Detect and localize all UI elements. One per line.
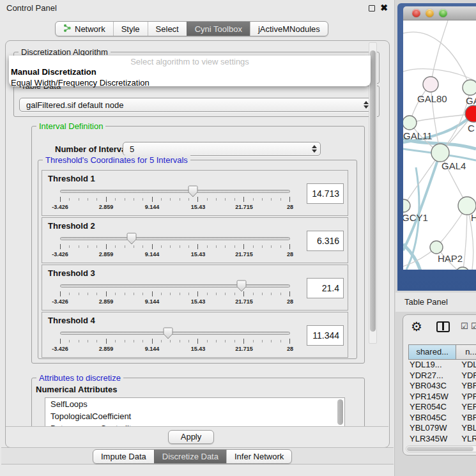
threshold-value-field[interactable]: 11.344	[307, 325, 344, 346]
tab-infer-network[interactable]: Infer Network	[226, 450, 291, 463]
cell-shared-name: YDR27...	[408, 371, 461, 381]
scrollbar-thumb[interactable]	[370, 50, 376, 332]
threshold-panel: Threshold 2-3.4262.8599.14415.4321.71528…	[42, 217, 348, 263]
node-table: shared... n... YDL19...YDL1YDR27...YDR2Y…	[408, 344, 476, 447]
network-node[interactable]	[431, 144, 449, 162]
scrollbar-thumb[interactable]	[407, 447, 473, 451]
tab-discretize-data[interactable]: Discretize Data	[154, 450, 226, 463]
threshold-value-field[interactable]: 6.316	[307, 231, 344, 251]
tab-label: jActiveMNodules	[258, 24, 320, 34]
tab-label: Network	[75, 24, 105, 34]
num-intervals-value: 5	[130, 144, 134, 154]
network-canvas[interactable]: GAL80GACGAL11GAL4GCY1HHAP2	[403, 20, 476, 270]
num-intervals-spinner[interactable]: 5	[123, 142, 321, 156]
threshold-slider[interactable]: -3.4262.8599.14415.4321.71528	[55, 186, 298, 215]
attribute-list-item[interactable]: SelfLoops	[45, 398, 344, 410]
cell-name: YLR3	[461, 434, 476, 445]
slider-scale-label: 28	[287, 298, 293, 305]
table-row[interactable]: YBR043CYBR0	[408, 381, 476, 392]
slider-track[interactable]	[60, 284, 290, 288]
close-icon[interactable]: ✖	[380, 3, 388, 13]
attributes-title: Attributes to discretize	[36, 373, 123, 383]
thresholds-group: Threshold's Coordinates for 5 Intervals …	[38, 160, 357, 359]
control-panel-titlebar: Control Panel ✖	[0, 0, 394, 15]
cell-name: YBL0	[461, 423, 476, 434]
network-node-label: GAL80	[417, 93, 447, 104]
slider-scale-label: 2.859	[99, 346, 114, 352]
table-row[interactable]: YBR045CYBR0	[408, 413, 476, 424]
divider	[6, 426, 388, 427]
float-window-icon[interactable]	[369, 5, 375, 12]
network-node[interactable]	[463, 80, 476, 95]
slider-scale-label: 15.43	[191, 204, 206, 210]
slider-track[interactable]	[60, 332, 290, 335]
threshold-label: Threshold 2	[48, 221, 95, 231]
close-traffic-light-icon[interactable]	[412, 9, 420, 17]
slider-scale-label: 21.715	[235, 298, 253, 305]
split-table-icon[interactable]	[436, 321, 450, 332]
algorithm-option[interactable]: Equal Width/Frequency Discretization	[9, 77, 371, 88]
network-node[interactable]	[430, 241, 443, 254]
tab-cyni-toolbox[interactable]: Cyni Toolbox	[187, 22, 250, 36]
cyni-toolbox-panel: Discretization Algorithm Select algorith…	[5, 40, 390, 448]
tab-label: Cyni Toolbox	[195, 24, 242, 34]
network-node[interactable]	[456, 267, 470, 270]
attribute-list-item[interactable]: TopologicalCoefficient	[45, 410, 344, 422]
network-node[interactable]	[423, 77, 438, 92]
threshold-panel: Threshold 4-3.4262.8599.14415.4321.71528…	[42, 312, 348, 358]
zoom-traffic-light-icon[interactable]	[439, 9, 447, 17]
network-node-label: HAP2	[438, 253, 463, 264]
table-data-value: galFiltered.sif default node	[26, 100, 123, 110]
network-edge	[404, 153, 440, 206]
tab-style[interactable]: Style	[113, 22, 148, 36]
network-node[interactable]	[403, 199, 410, 212]
attributes-group: Attributes to discretize Numerical Attri…	[31, 378, 365, 426]
threshold-value-field[interactable]: 21.4	[307, 278, 344, 298]
slider-scale-label: 9.144	[145, 251, 160, 257]
tab-select[interactable]: Select	[148, 22, 187, 36]
tab-label: Select	[156, 24, 179, 34]
table-row[interactable]: YPR145WYPR1	[408, 392, 476, 403]
slider-ticks	[60, 197, 290, 203]
threshold-panel: Threshold 1-3.4262.8599.14415.4321.71528…	[42, 170, 348, 216]
slider-scale-label: 2.859	[99, 298, 114, 305]
table-row[interactable]: YLR345WYLR3	[408, 434, 476, 445]
checkbox-icon[interactable]: ☑	[461, 321, 468, 331]
threshold-slider[interactable]: -3.4262.8599.14415.4321.71528	[55, 280, 298, 310]
threshold-value-field[interactable]: 14.713	[307, 183, 344, 204]
table-row[interactable]: YDR27...YDR2	[408, 371, 476, 381]
apply-button[interactable]: Apply	[168, 430, 214, 444]
slider-track[interactable]	[60, 190, 290, 193]
thresholds-title: Threshold's Coordinates for 5 Intervals	[43, 155, 190, 165]
network-node[interactable]	[403, 116, 417, 130]
slider-scale-label: -3.426	[52, 346, 68, 352]
tab-jactivemnodules[interactable]: jActiveMNodules	[250, 22, 328, 36]
num-intervals-label: Number of Intervals	[55, 144, 133, 154]
tab-network[interactable]: Network	[56, 22, 113, 36]
slider-track[interactable]	[60, 237, 290, 240]
threshold-slider[interactable]: -3.4262.8599.14415.4321.71528	[55, 233, 298, 263]
table-hscrollbar[interactable]	[406, 445, 476, 452]
numerical-attributes-list[interactable]: SelfLoopsTopologicalCoefficientBetweenne…	[45, 397, 345, 426]
table-data-combobox[interactable]: galFiltered.sif default node	[19, 98, 372, 112]
slider-scale-label: 2.859	[99, 251, 114, 257]
list-scrollbar[interactable]	[337, 399, 343, 425]
checkbox-icon[interactable]: ☑	[471, 321, 476, 331]
column-header-name[interactable]: n...	[456, 344, 476, 360]
network-edge	[431, 20, 448, 84]
table-row[interactable]: YBL079WYBL0	[408, 423, 476, 434]
slider-scale-label: 21.715	[235, 251, 253, 257]
table-row[interactable]: YER054CYER0	[408, 402, 476, 413]
tab-impute-data[interactable]: Impute Data	[93, 450, 154, 463]
threshold-slider[interactable]: -3.4262.8599.14415.4321.71528	[55, 328, 298, 357]
algorithm-option[interactable]: Manual Discretization	[9, 66, 371, 77]
cell-shared-name: YBL079W	[408, 423, 461, 434]
slider-scale-label: 15.43	[191, 298, 206, 305]
gear-icon[interactable]: ⚙	[411, 319, 422, 334]
tab-label: Infer Network	[234, 452, 284, 461]
table-row[interactable]: YDL19...YDL1	[408, 360, 476, 371]
column-header-shared[interactable]: shared...	[408, 344, 456, 360]
minimize-traffic-light-icon[interactable]	[426, 9, 434, 17]
tab-label: Discretize Data	[162, 452, 219, 461]
interval-definition-group: Interval Definition Number of Intervals …	[31, 126, 365, 364]
